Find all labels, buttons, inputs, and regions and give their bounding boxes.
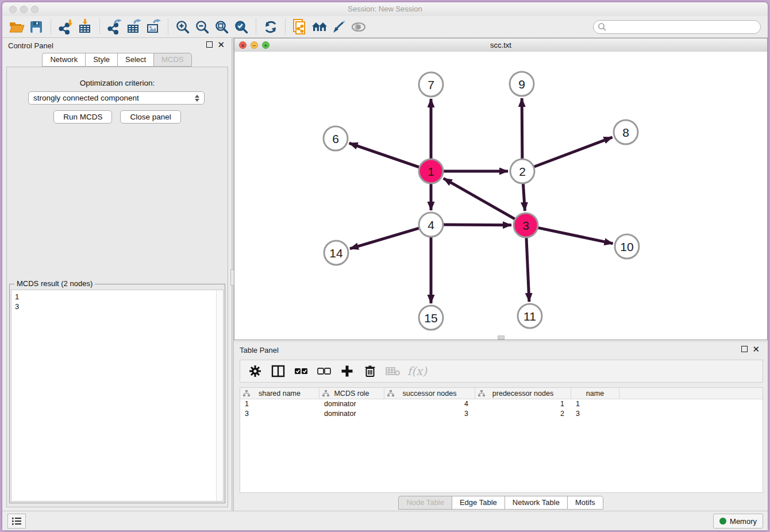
edge-3-11[interactable] — [526, 236, 529, 302]
node-1[interactable]: 1 — [419, 159, 443, 183]
tree-icon — [478, 390, 485, 397]
first-neighbors-icon[interactable] — [310, 18, 329, 36]
toolbar-separator — [51, 19, 51, 35]
table-panel-tabs: Node TableEdge TableNetwork TableMotifs — [234, 496, 768, 510]
search-input[interactable] — [593, 20, 761, 34]
edge-2-9[interactable] — [522, 98, 522, 160]
node-7[interactable]: 7 — [419, 72, 443, 97]
refresh-layout-icon[interactable] — [261, 18, 280, 36]
new-network-from-selection-icon[interactable] — [290, 18, 310, 36]
main-toolbar — [2, 16, 768, 38]
close-panel-icon[interactable]: ✕ — [217, 41, 225, 48]
edge-4-14[interactable] — [350, 228, 421, 248]
import-network-icon[interactable] — [56, 18, 75, 36]
export-table-icon[interactable] — [124, 18, 144, 36]
network-view-window: × − + scc.txt 7968124314101511 — [234, 38, 768, 340]
table-row[interactable]: 1dominator411 — [240, 399, 763, 409]
node-table-body: 1dominator4113dominator323 — [240, 399, 763, 419]
node-15[interactable]: 15 — [419, 306, 443, 330]
control-panel-title: Control Panel — [8, 41, 53, 50]
node-label: 3 — [522, 219, 529, 232]
table-cell: 3 — [571, 409, 619, 419]
control-panel-header: Control Panel ✕ — [2, 38, 232, 53]
zoom-fit-icon[interactable] — [212, 18, 232, 36]
control-panel: Control Panel ✕ NetworkStyleSelectMCDS O… — [2, 38, 232, 511]
gear-icon[interactable] — [245, 362, 265, 380]
run-mcds-button[interactable]: Run MCDS — [53, 110, 112, 124]
node-4[interactable]: 4 — [419, 213, 443, 237]
tab-style[interactable]: Style — [85, 53, 117, 67]
column-header-shared-name[interactable]: shared name — [240, 388, 319, 399]
node-2[interactable]: 2 — [510, 159, 534, 183]
edge-2-3[interactable] — [523, 182, 525, 211]
tab-network-table[interactable]: Network Table — [505, 496, 567, 510]
criterion-dropdown[interactable]: strongly connected component — [28, 91, 205, 105]
node-label: 15 — [424, 311, 437, 325]
dropdown-stepper-icon — [195, 95, 199, 102]
zoom-in-icon[interactable] — [173, 18, 192, 36]
edge-2-8[interactable] — [533, 137, 613, 167]
column-header-predecessor-nodes[interactable]: predecessor nodes — [475, 388, 571, 399]
node-3[interactable]: 3 — [514, 213, 538, 237]
optimization-criterion-label: Optimization criterion: — [7, 79, 228, 87]
edge-3-1[interactable] — [444, 178, 517, 219]
show-hide-icon[interactable] — [349, 18, 368, 36]
list-icon — [11, 516, 22, 526]
tab-select[interactable]: Select — [117, 53, 153, 67]
toolbar-separator — [99, 19, 100, 35]
select-all-icon[interactable] — [291, 362, 311, 380]
table-cell: 4 — [384, 399, 475, 409]
column-header-MCDS-role[interactable]: MCDS role — [319, 388, 384, 399]
close-table-panel-icon[interactable]: ✕ — [752, 346, 760, 352]
node-10[interactable]: 10 — [615, 234, 639, 259]
mcds-result-area[interactable]: 1 3 — [11, 290, 224, 502]
memory-status-icon — [719, 518, 726, 525]
save-session-icon[interactable] — [26, 18, 46, 36]
edge-3-10[interactable] — [537, 228, 613, 244]
float-table-panel-icon[interactable] — [741, 346, 748, 352]
zoom-out-icon[interactable] — [192, 18, 212, 36]
criterion-dropdown-value: strongly connected component — [33, 94, 139, 102]
column-header-name[interactable]: name — [571, 388, 619, 399]
network-resize-grip[interactable] — [498, 336, 505, 340]
edge-4-3[interactable] — [442, 225, 511, 225]
node-8[interactable]: 8 — [614, 120, 638, 144]
delete-table-icon[interactable] — [383, 362, 403, 380]
float-panel-icon[interactable] — [206, 41, 213, 48]
add-row-icon[interactable] — [337, 362, 357, 380]
node-9[interactable]: 9 — [510, 72, 534, 96]
import-table-icon[interactable] — [75, 18, 95, 36]
table-cell: 3 — [240, 409, 319, 419]
edge-1-6[interactable] — [349, 143, 421, 168]
tab-motifs[interactable]: Motifs — [567, 496, 603, 510]
table-cell: 2 — [475, 409, 571, 419]
node-label: 6 — [332, 132, 339, 145]
tab-edge-table[interactable]: Edge Table — [452, 496, 505, 510]
node-11[interactable]: 11 — [518, 304, 542, 328]
tab-network[interactable]: Network — [42, 53, 85, 67]
paint-style-icon[interactable] — [329, 18, 349, 36]
memory-button[interactable]: Memory — [713, 514, 763, 529]
table-cell: dominator — [319, 409, 384, 419]
deselect-all-icon[interactable] — [314, 362, 334, 380]
close-panel-button[interactable]: Close panel — [120, 110, 180, 124]
node-14[interactable]: 14 — [324, 241, 348, 265]
open-file-icon[interactable] — [7, 18, 26, 36]
delete-row-icon[interactable] — [360, 362, 380, 380]
task-history-button[interactable] — [7, 514, 26, 529]
column-header-successor-nodes[interactable]: successor nodes — [384, 388, 475, 399]
export-network-icon[interactable] — [105, 18, 124, 36]
network-canvas[interactable]: 7968124314101511 — [234, 52, 767, 340]
function-builder-icon[interactable]: f(x) — [406, 362, 426, 380]
tab-node-table[interactable]: Node Table — [398, 496, 452, 510]
control-panel-tabs: NetworkStyleSelectMCDS — [2, 54, 232, 67]
export-image-icon[interactable] — [144, 18, 163, 36]
table-panel-header: Table Panel ✕ — [234, 342, 768, 357]
zoom-selected-icon[interactable] — [232, 18, 251, 36]
split-columns-icon[interactable] — [268, 362, 288, 380]
result-scrollbar[interactable] — [216, 290, 223, 501]
table-row[interactable]: 3dominator323 — [240, 409, 763, 419]
titlebar: Session: New Session — [2, 2, 768, 17]
tab-mcds[interactable]: MCDS — [153, 53, 191, 67]
node-6[interactable]: 6 — [324, 126, 348, 151]
